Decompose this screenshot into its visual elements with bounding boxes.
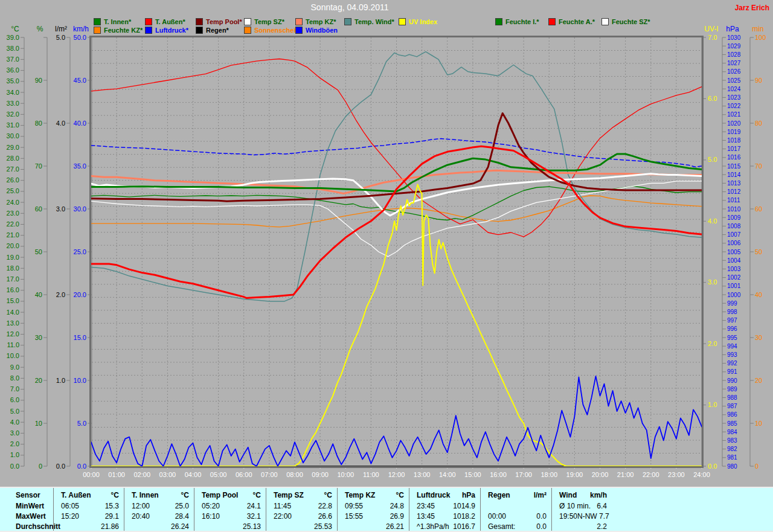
axis-tick-label: 50: [35, 248, 42, 255]
axis-tick-label: 1.0: [56, 377, 65, 384]
axis-tick-label: 32.0: [7, 111, 19, 118]
table-max-time: 22:00: [274, 512, 292, 521]
axis-tick-label: 1027: [727, 60, 741, 66]
axis-tick-label: 982: [727, 446, 737, 452]
axis-tick-label: 1026: [727, 68, 741, 75]
table-avg-value: 25.13: [243, 522, 261, 531]
axis-tick-label: 40.0: [74, 120, 86, 127]
legend-item-label: Windböen: [306, 27, 338, 34]
table-max-time: 19:50: [559, 512, 577, 521]
axis-tick-label: 980: [727, 463, 737, 470]
table-sensor-unit: °C: [324, 491, 332, 499]
axis-tick-label: 90: [35, 77, 42, 84]
axis-tick-label: 998: [727, 309, 737, 315]
table-max-time: 15:20: [61, 512, 79, 521]
axis-tick-label: 993: [727, 351, 737, 358]
axis-tick-label: 70: [35, 162, 42, 170]
axis-tick-label: 2.0: [56, 291, 65, 298]
axis-tick-label: 10: [35, 420, 42, 427]
date-title: Sonntag, 04.09.2011: [0, 2, 699, 12]
axis-tick-label: 19.0: [7, 254, 19, 261]
axis-tick-label: 1019: [727, 129, 741, 135]
axis-title-lm2: l/m²: [55, 25, 67, 33]
axis-tick-label: 990: [727, 377, 737, 384]
legend-item-feuchte-i-: Feuchte I.*: [495, 18, 539, 25]
axis-tick-label: 10.0: [74, 377, 86, 384]
table-min-time: 23:45: [417, 502, 435, 510]
axis-tick-label: 0.0: [56, 463, 65, 470]
axis-minu: 0102030405060708090100min: [750, 25, 766, 470]
legend-item-feuchte-a-: Feuchte A.*: [548, 18, 595, 25]
axis-tick-label: 50.0: [74, 34, 86, 41]
legend-item-temp-kz-: Temp KZ*: [295, 18, 336, 25]
legend-item-temp-wind-: Temp. Wind*: [344, 18, 394, 25]
axis-tick-label: 1008: [727, 223, 741, 229]
x-tick-label: 00:00: [83, 471, 100, 478]
axis-tick-label: 983: [727, 437, 737, 444]
table-max-value: 28.4: [175, 512, 189, 521]
table-max-time: 20:40: [132, 512, 150, 521]
table-avg-label: Gesamt:: [488, 522, 515, 531]
table-avg-value: 21.86: [101, 522, 119, 531]
legend-item-label: Temp. Wind*: [354, 18, 394, 25]
axis-tick-label: 40: [35, 291, 42, 298]
table-column-temp-pool: Temp Pool°C05:2024.116:1032.125.13: [194, 488, 266, 531]
table-max-time: 15:55: [345, 512, 363, 521]
axis-tick-label: 1013: [727, 180, 741, 187]
axis-tick-label: 13.0: [7, 319, 19, 327]
axis-tick-label: 0.0: [10, 463, 19, 470]
table-row-label: MinWert: [0, 501, 53, 511]
axis-tick-label: 7.0: [708, 34, 717, 41]
x-tick-label: 13:00: [414, 471, 431, 478]
axis-tick-label: 4.0: [56, 120, 65, 127]
table-sensor-unit: °C: [111, 491, 119, 499]
axis-tick-label: 997: [727, 317, 737, 324]
axis-tick-label: 31.0: [7, 121, 19, 129]
legend-color-swatch: [601, 18, 609, 25]
table-max-value: 29.1: [105, 512, 119, 521]
table-min-value: 1014.9: [453, 502, 475, 510]
table-min-time: 06:05: [61, 502, 79, 510]
axis-tick-label: 1009: [727, 214, 741, 221]
axis-uvi: 0.01.02.03.04.05.06.07.0UV-I: [702, 25, 719, 470]
table-sensor-name: Luftdruck: [417, 491, 450, 499]
axis-tick-label: 10.0: [7, 352, 19, 359]
axis-tick-label: 45.0: [74, 77, 86, 84]
axis-tick-label: 36.0: [7, 66, 19, 74]
axis-tick-label: 25.0: [7, 187, 19, 194]
x-tick-label: 02:00: [133, 471, 150, 478]
table-row-label: MaxWert: [0, 511, 53, 521]
axis-tick-label: 28.0: [7, 155, 19, 162]
axis-tick-label: 20.0: [74, 291, 86, 298]
table-min-value: 15.3: [105, 502, 119, 510]
legend-item-temp-sz-: Temp SZ*: [244, 18, 284, 25]
axis-tick-label: 34.0: [7, 89, 19, 96]
axis-tick-label: 989: [727, 386, 737, 393]
table-max-time: 16:10: [202, 512, 220, 521]
legend-item-feuchte-sz-: Feuchte SZ*: [601, 18, 650, 25]
legend-item-windb-en: Windböen: [295, 27, 338, 34]
axis-tick-label: 17.0: [7, 275, 19, 283]
table-max-value: N-NW 7.7: [577, 512, 609, 521]
table-sensor-name: Temp KZ: [345, 491, 375, 499]
table-min-time: 11:45: [274, 502, 291, 510]
axis-tick-label: 39.0: [7, 34, 19, 41]
table-column-wind: Windkm/hØ 10 min.6.419:50N-NW 7.72.2: [551, 488, 612, 531]
table-column-t-innen: T. Innen°C12:0025.020:4028.426.24: [124, 488, 194, 531]
axis-tick-label: 20: [755, 377, 762, 384]
axis-tick-label: 33.0: [7, 100, 19, 107]
axis-tick-label: 996: [727, 325, 737, 332]
axis-tick-label: 987: [727, 403, 737, 409]
axis-degC: 0.01.02.03.04.05.06.07.08.09.010.011.012…: [7, 25, 24, 470]
legend-item-label: Regen*: [206, 27, 229, 34]
axis-tick-label: 1004: [727, 257, 741, 264]
axis-tick-label: 1007: [727, 231, 741, 238]
axis-tick-label: 3.0: [10, 429, 19, 437]
axis-title-hpa: hPa: [726, 25, 739, 33]
x-tick-label: 20:00: [592, 471, 609, 478]
axis-tick-label: 70: [755, 162, 762, 170]
legend-item-regen-: Regen*: [196, 27, 229, 34]
axis-tick-label: 1022: [727, 103, 741, 109]
axis-tick-label: 35.0: [7, 77, 19, 85]
x-tick-label: 18:00: [540, 471, 557, 478]
